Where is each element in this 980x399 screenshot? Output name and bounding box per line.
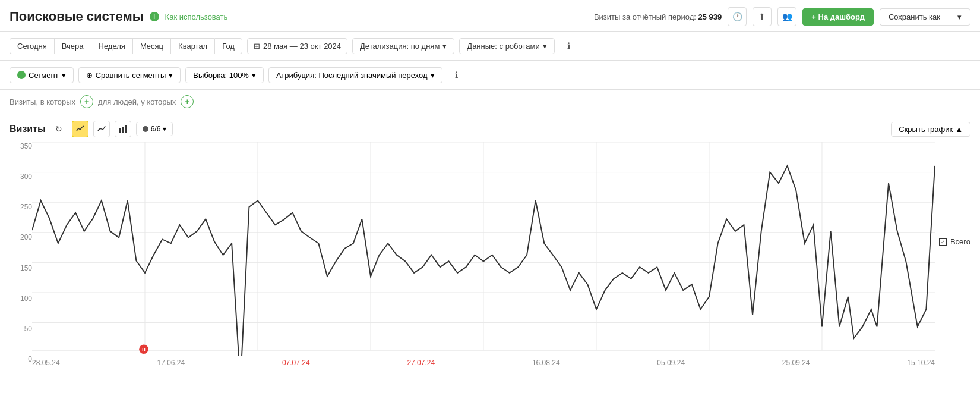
- chart-legend: ✓ Всего: [939, 237, 970, 246]
- chart-title-area: Визиты ↻ 6/6 ▾: [10, 121, 173, 137]
- page-title: Поисковые системы: [10, 9, 144, 24]
- svg-rect-0: [119, 128, 121, 133]
- hide-chart-button[interactable]: Скрыть график ▲: [891, 122, 970, 137]
- line-chart-button[interactable]: [72, 121, 88, 137]
- segment-button[interactable]: Сегмент ▾: [10, 67, 74, 83]
- conditions-bar: Визиты, в которых + для людей, у которых…: [0, 90, 980, 114]
- x-axis-labels: 28.05.24 17.06.24 07.07.24 27.07.24 16.0…: [32, 356, 935, 367]
- y-label-50: 50: [10, 325, 32, 333]
- calendar-icon: ⊞: [254, 42, 260, 51]
- compare-icon-btn[interactable]: 👥: [777, 7, 796, 26]
- info-icon: i: [150, 12, 159, 21]
- info-link[interactable]: Как использовать: [165, 12, 228, 21]
- chart-section: Визиты ↻ 6/6 ▾ Скрыть график: [0, 114, 980, 380]
- metrics-selector-button[interactable]: 6/6 ▾: [136, 122, 173, 136]
- metrics-dot-icon: [143, 126, 148, 132]
- clock-icon-btn[interactable]: 🕐: [728, 7, 747, 26]
- attribution-info-icon[interactable]: ℹ: [447, 65, 466, 84]
- period-yesterday[interactable]: Вчера: [54, 38, 91, 54]
- period-week[interactable]: Неделя: [91, 38, 132, 54]
- attribution-button[interactable]: Атрибуция: Последний значимый переход ▾: [268, 67, 442, 83]
- add-user-condition-button[interactable]: +: [181, 95, 194, 108]
- y-label-350: 350: [10, 142, 32, 150]
- date-range-button[interactable]: ⊞ 28 мая — 23 окт 2024: [247, 38, 347, 54]
- chevron-down-icon-5: ▾: [252, 71, 256, 80]
- chart-container: 350 300 250 200 150 100 50 0: [10, 142, 970, 380]
- chevron-down-icon: ▾: [442, 42, 447, 51]
- compare-icon: ⊕: [86, 71, 93, 80]
- checkmark-icon: ✓: [941, 239, 946, 245]
- conditions-prefix: Визиты, в которых: [10, 98, 75, 106]
- segment-icon: [17, 71, 26, 79]
- filter-bar: Сегмент ▾ ⊕ Сравнить сегменты ▾ Выборка:…: [0, 61, 980, 90]
- save-dropdown-button[interactable]: ▾: [949, 8, 970, 26]
- svg-rect-1: [122, 127, 124, 133]
- y-label-0: 0: [10, 355, 32, 363]
- x-label-2: 07.07.24: [282, 359, 310, 367]
- x-label-5: 05.09.24: [657, 359, 685, 367]
- smooth-chart-icon: [97, 125, 106, 133]
- y-label-200: 200: [10, 233, 32, 241]
- line-chart-icon: [76, 125, 84, 133]
- y-label-150: 150: [10, 264, 32, 272]
- visits-label: Визиты за отчётный период: 25 939: [594, 12, 722, 21]
- sample-button[interactable]: Выборка: 100% ▾: [185, 67, 264, 83]
- period-year[interactable]: Год: [214, 38, 242, 54]
- chevron-down-icon-4: ▾: [169, 71, 173, 80]
- y-label-300: 300: [10, 172, 32, 181]
- bar-chart-icon: [119, 125, 127, 133]
- period-month[interactable]: Месяц: [132, 38, 170, 54]
- y-label-100: 100: [10, 294, 32, 303]
- toolbar: Сегодня Вчера Неделя Месяц Квартал Год ⊞…: [0, 32, 980, 61]
- save-button[interactable]: Сохранить как: [880, 8, 949, 26]
- chevron-down-icon-3: ▾: [62, 71, 66, 80]
- chart-svg: н: [32, 142, 935, 356]
- conditions-middle: для людей, у которых: [98, 98, 176, 106]
- x-label-4: 16.08.24: [532, 359, 560, 367]
- refresh-chart-button[interactable]: ↻: [50, 121, 67, 137]
- x-label-7: 15.10.24: [907, 359, 935, 367]
- page-header: Поисковые системы i Как использовать Виз…: [0, 0, 980, 32]
- chevron-up-icon: ▲: [955, 125, 963, 134]
- chevron-down-icon-2: ▾: [543, 42, 547, 51]
- y-axis: 350 300 250 200 150 100 50 0: [10, 142, 32, 380]
- compare-segments-button[interactable]: ⊕ Сравнить сегменты ▾: [78, 67, 181, 83]
- visits-count: 25 939: [698, 12, 722, 21]
- x-label-3: 27.07.24: [407, 359, 435, 367]
- data-info-icon[interactable]: ℹ: [559, 36, 578, 55]
- chevron-down-icon-6: ▾: [431, 71, 435, 80]
- metrics-count: 6/6: [151, 125, 161, 133]
- period-buttons: Сегодня Вчера Неделя Месяц Квартал Год: [10, 38, 242, 54]
- event-marker-label: н: [142, 346, 146, 353]
- save-btn-group: Сохранить как ▾: [880, 8, 970, 26]
- detail-button[interactable]: Детализация: по дням ▾: [352, 38, 454, 54]
- bar-chart-button[interactable]: [115, 121, 131, 137]
- chart-header: Визиты ↻ 6/6 ▾ Скрыть график: [10, 121, 970, 137]
- header-right: Визиты за отчётный период: 25 939 🕐 ⬆ 👥 …: [594, 7, 970, 26]
- period-today[interactable]: Сегодня: [10, 38, 54, 54]
- period-quarter[interactable]: Квартал: [170, 38, 214, 54]
- y-label-250: 250: [10, 203, 32, 211]
- data-button[interactable]: Данные: с роботами ▾: [459, 38, 554, 54]
- add-dashboard-button[interactable]: + На дашборд: [802, 8, 874, 26]
- x-label-0: 28.05.24: [32, 359, 60, 367]
- chevron-down-icon-7: ▾: [163, 125, 166, 133]
- legend-label: Всего: [950, 237, 970, 246]
- legend-checkbox[interactable]: ✓: [939, 238, 947, 246]
- export-icon-btn[interactable]: ⬆: [753, 7, 772, 26]
- header-left: Поисковые системы i Как использовать: [10, 9, 227, 24]
- add-visit-condition-button[interactable]: +: [80, 95, 93, 108]
- x-label-6: 25.09.24: [782, 359, 810, 367]
- svg-rect-2: [125, 125, 127, 133]
- x-label-1: 17.06.24: [157, 359, 185, 367]
- smoothed-chart-button[interactable]: [93, 121, 110, 137]
- chart-title-text: Визиты: [10, 124, 46, 134]
- chart-plot-area: н ✓ Всего 28.05.24 17.06.24 07.07.24 27.…: [32, 142, 970, 380]
